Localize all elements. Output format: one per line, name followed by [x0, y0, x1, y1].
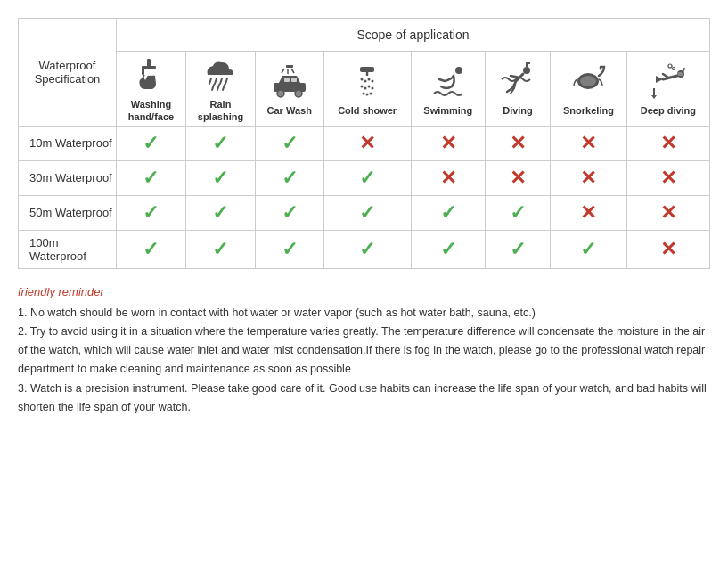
check-mark: ✓ — [212, 201, 228, 224]
cross-mark: ✕ — [440, 132, 456, 154]
cell-carwash: ✓ — [255, 230, 323, 268]
check-mark: ✓ — [143, 238, 159, 260]
cross-mark: ✕ — [440, 167, 456, 189]
svg-point-14 — [277, 90, 284, 97]
check-mark: ✓ — [510, 201, 526, 224]
cross-mark: ✕ — [660, 167, 676, 189]
deepdive-icon — [629, 61, 708, 101]
reminder-text: 1. No watch should be worn in contact wi… — [18, 304, 710, 418]
check-mark: ✓ — [359, 238, 375, 260]
svg-line-9 — [225, 78, 227, 84]
row-label: 100m Waterproof — [19, 230, 117, 268]
scope-header: Scope of application — [117, 19, 710, 52]
svg-point-42 — [672, 68, 675, 70]
check-mark: ✓ — [580, 238, 596, 260]
check-mark: ✓ — [282, 238, 298, 260]
svg-line-19 — [282, 69, 284, 73]
wash-label: Washing hand/face — [119, 98, 184, 124]
check-mark: ✓ — [212, 132, 228, 154]
svg-point-29 — [364, 87, 367, 90]
row-label: 30m Waterproof — [19, 160, 117, 195]
svg-point-27 — [372, 80, 374, 83]
spec-header: Waterproof Specification — [19, 19, 117, 127]
svg-point-35 — [455, 67, 462, 74]
table-row: 50m Waterproof✓✓✓✓✓✓✕✕ — [19, 195, 710, 230]
cell-swim: ✓ — [411, 230, 485, 268]
cross-mark: ✕ — [660, 238, 676, 260]
svg-point-24 — [361, 78, 364, 81]
cell-shower: ✕ — [323, 126, 411, 160]
check-mark: ✓ — [440, 201, 456, 224]
cell-rain: ✓ — [185, 160, 255, 195]
check-mark: ✓ — [143, 167, 159, 189]
cell-deepdive: ✕ — [626, 126, 709, 160]
table-row: 10m Waterproof✓✓✓✕✕✕✕✕ — [19, 126, 710, 160]
cross-mark: ✕ — [580, 167, 596, 189]
rain-icon — [188, 55, 253, 94]
svg-line-8 — [220, 78, 222, 84]
reminder-section: friendly reminder 1. No watch should be … — [18, 285, 710, 418]
svg-rect-18 — [286, 65, 293, 68]
svg-point-43 — [668, 64, 672, 68]
cell-rain: ✓ — [185, 230, 255, 268]
svg-point-15 — [295, 90, 302, 97]
cell-carwash: ✓ — [255, 195, 323, 230]
snorkel-icon — [552, 61, 625, 101]
snorkel-label: Snorkeling — [552, 104, 625, 117]
cross-mark: ✕ — [510, 132, 526, 154]
cross-mark: ✕ — [660, 132, 676, 154]
check-mark: ✓ — [143, 132, 159, 154]
svg-rect-17 — [291, 78, 297, 82]
reminder-line: 3. Watch is a precision instrument. Plea… — [18, 380, 710, 418]
svg-point-36 — [523, 67, 530, 74]
cell-deepdive: ✕ — [626, 195, 709, 230]
cell-snorkel: ✕ — [551, 126, 627, 160]
icon-header-deepdive: Deep diving — [626, 52, 709, 127]
cell-shower: ✓ — [323, 230, 411, 268]
cell-swim: ✕ — [411, 160, 485, 195]
check-mark: ✓ — [282, 201, 298, 224]
check-mark: ✓ — [510, 238, 526, 260]
cell-wash: ✓ — [117, 230, 186, 268]
reminder-line: 1. No watch should be worn in contact wi… — [18, 304, 710, 323]
svg-point-39 — [600, 68, 602, 70]
svg-line-10 — [212, 85, 214, 90]
check-mark: ✓ — [359, 201, 375, 224]
cell-shower: ✓ — [323, 195, 411, 230]
svg-line-12 — [223, 85, 225, 90]
cross-mark: ✕ — [580, 201, 596, 224]
svg-line-21 — [291, 69, 294, 73]
icon-header-wash: Washing hand/face — [117, 52, 186, 127]
svg-line-11 — [217, 85, 219, 90]
reminder-title: friendly reminder — [18, 285, 710, 298]
cell-carwash: ✓ — [255, 160, 323, 195]
waterproof-table: Waterproof Specification Scope of applic… — [18, 18, 710, 269]
cell-dive: ✓ — [485, 230, 550, 268]
spec-header-text: Waterproof Specification — [35, 59, 101, 86]
cell-dive: ✕ — [485, 126, 550, 160]
svg-point-25 — [364, 80, 367, 83]
table-row: 30m Waterproof✓✓✓✓✕✕✕✕ — [19, 160, 710, 195]
cell-wash: ✓ — [117, 195, 186, 230]
icon-header-dive: Diving — [485, 52, 550, 127]
cross-mark: ✕ — [660, 201, 676, 224]
carwash-icon — [258, 61, 322, 101]
svg-point-26 — [368, 78, 371, 81]
svg-point-31 — [372, 87, 374, 90]
check-mark: ✓ — [359, 167, 375, 189]
dive-icon — [487, 61, 548, 101]
icon-header-row: Washing hand/face Rain splashing — [19, 52, 710, 127]
cell-carwash: ✓ — [255, 126, 323, 160]
icon-header-snorkel: Snorkeling — [551, 52, 627, 127]
cell-wash: ✓ — [117, 160, 186, 195]
svg-point-30 — [368, 86, 371, 88]
svg-point-33 — [366, 94, 369, 96]
row-label: 10m Waterproof — [19, 126, 117, 160]
cross-mark: ✕ — [510, 167, 526, 189]
main-container: Waterproof Specification Scope of applic… — [18, 18, 710, 417]
shower-label: Cold shower — [326, 104, 409, 117]
dive-label: Diving — [487, 104, 548, 117]
cell-deepdive: ✕ — [626, 230, 709, 268]
svg-point-34 — [370, 93, 372, 95]
cell-rain: ✓ — [185, 195, 255, 230]
